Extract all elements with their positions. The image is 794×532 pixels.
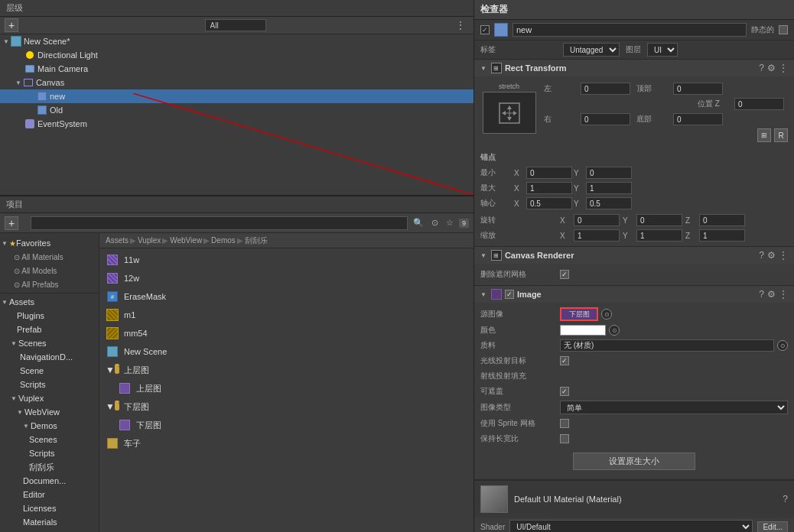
project-search-icon[interactable]: 🔍 [411, 217, 426, 229]
project-star-icon[interactable]: ☆ [444, 217, 456, 229]
right-input[interactable] [581, 113, 630, 125]
file-item-chezi[interactable]: 车子 [103, 435, 470, 452]
material-input[interactable] [560, 339, 774, 352]
set-native-size-button[interactable]: 设置原生大小 [573, 453, 695, 470]
sidebar-item-editor[interactable]: Editor [0, 488, 99, 501]
file-item-mm54[interactable]: mm54 [103, 325, 470, 342]
sidebar-item-assets[interactable]: ▼ Assets [0, 295, 99, 309]
sidebar-item-scene[interactable]: Scene [0, 364, 99, 378]
maskable-checkbox[interactable] [560, 387, 569, 396]
material-help-icon[interactable]: ? [783, 494, 788, 504]
rotation-x-input[interactable] [574, 214, 620, 226]
sidebar-item-scripts[interactable]: Scripts [0, 378, 99, 391]
sidebar-item-favorites[interactable]: ▼ ★ Favorites [0, 236, 99, 250]
rotation-z-input[interactable] [699, 214, 745, 226]
static-checkbox[interactable] [779, 25, 788, 34]
image-enabled-checkbox[interactable] [505, 290, 514, 299]
breadcrumb-guaguale[interactable]: 刮刮乐 [245, 235, 268, 246]
shader-select[interactable]: UI/Default [509, 520, 753, 532]
hierarchy-item-old[interactable]: Old [0, 103, 473, 117]
breadcrumb-webview[interactable]: WebView [170, 236, 202, 245]
raycast-checkbox[interactable] [560, 356, 569, 365]
hierarchy-add-button[interactable]: + [5, 18, 18, 32]
max-x-input[interactable] [526, 182, 572, 194]
object-name-input[interactable] [513, 23, 747, 37]
max-y-input[interactable] [586, 182, 632, 194]
layer-select[interactable]: UI [647, 43, 678, 57]
sidebar-item-vuplex[interactable]: ▼ Vuplex [0, 391, 99, 405]
source-image-thumbnail[interactable]: 下层图 [560, 307, 598, 321]
image-help-icon[interactable]: ? [759, 289, 764, 300]
sidebar-item-webview[interactable]: ▼ WebView [0, 405, 99, 419]
image-overflow-icon[interactable]: ⋮ [779, 289, 788, 300]
color-circle-btn[interactable]: ⊙ [609, 325, 620, 336]
file-item-erasemask[interactable]: # EraseMask [103, 288, 470, 305]
hierarchy-item-canvas[interactable]: ▼ Canvas [0, 76, 473, 89]
r-button[interactable]: R [774, 128, 788, 142]
hierarchy-item-new[interactable]: new [0, 89, 473, 103]
tag-select[interactable]: Untagged [563, 43, 620, 57]
pivot-x-input[interactable] [526, 197, 572, 209]
sidebar-item-guaguale[interactable]: 刮刮乐 [0, 460, 99, 474]
color-picker[interactable] [560, 325, 606, 336]
blueprint-btn[interactable]: ⊞ [757, 128, 771, 142]
posz-input[interactable] [734, 98, 784, 110]
rect-help-icon[interactable]: ? [759, 63, 764, 73]
file-item-11w[interactable]: 11w [103, 251, 470, 268]
sidebar-item-demos-scripts[interactable]: Scripts [0, 446, 99, 460]
sidebar-item-all-models[interactable]: ⊙ All Models [0, 264, 99, 277]
stretch-preview[interactable] [483, 92, 536, 134]
object-enabled-checkbox[interactable] [480, 25, 490, 34]
scale-z-input[interactable] [699, 229, 745, 242]
bottom-input[interactable] [673, 113, 723, 125]
image-type-select[interactable]: 简单 [560, 401, 788, 414]
sprite-mesh-checkbox[interactable] [560, 419, 569, 428]
breadcrumb-vuplex[interactable]: Vuplex [138, 236, 161, 245]
hierarchy-overflow-button[interactable]: ⋮ [452, 19, 469, 31]
material-circle-btn[interactable]: ⊙ [777, 340, 788, 351]
breadcrumb-assets[interactable]: Assets [106, 236, 129, 245]
file-item-upper-image[interactable]: 上层图 [103, 380, 470, 397]
sidebar-item-navigationd[interactable]: NavigationD... [0, 350, 99, 364]
file-item-new-scene[interactable]: New Scene [103, 343, 470, 360]
file-item-lower-folder[interactable]: ▼ 下层图 [103, 398, 470, 415]
scale-x-input[interactable] [574, 229, 620, 242]
file-item-upper-folder[interactable]: ▼ 上层图 [103, 362, 470, 378]
file-item-lower-image[interactable]: 下层图 [103, 417, 470, 433]
sidebar-item-plugins[interactable]: ▶ Plugins [0, 309, 99, 323]
pivot-y-input[interactable] [586, 197, 632, 209]
breadcrumb-demos[interactable]: Demos [211, 236, 236, 245]
preserve-ratio-checkbox[interactable] [560, 434, 569, 443]
remove-hidden-checkbox[interactable] [560, 270, 569, 279]
sidebar-item-scenes[interactable]: ▼ Scenes [0, 336, 99, 350]
rotation-y-input[interactable] [636, 214, 682, 226]
hierarchy-item-new-scene[interactable]: ▼ New Scene* [0, 34, 473, 48]
sidebar-item-demos[interactable]: ▼ Demos [0, 419, 99, 433]
hierarchy-item-directional-light[interactable]: Directional Light [0, 48, 473, 62]
file-item-12w[interactable]: 12w [103, 270, 470, 287]
shader-edit-button[interactable]: Edit... [757, 521, 788, 533]
rect-transform-header[interactable]: ▼ ⊞ Rect Transform ? ⚙ ⋮ [474, 60, 794, 76]
canvas-renderer-header[interactable]: ▼ ⊞ Canvas Renderer ? ⚙ ⋮ [474, 247, 794, 264]
canvas-help-icon[interactable]: ? [759, 250, 764, 261]
min-x-input[interactable] [526, 167, 572, 179]
image-settings-icon[interactable]: ⚙ [767, 289, 776, 300]
project-search-input[interactable] [31, 216, 408, 230]
sidebar-item-demos-scenes[interactable]: Scenes [0, 433, 99, 446]
sidebar-item-prefab[interactable]: ▶ Prefab [0, 323, 99, 336]
hierarchy-item-main-camera[interactable]: Main Camera [0, 62, 473, 76]
file-item-m1[interactable]: m1 [103, 307, 470, 323]
sidebar-item-all-prefabs[interactable]: ⊙ All Prefabs [0, 277, 99, 291]
project-filter-icon[interactable]: ⊙ [429, 217, 441, 229]
image-header[interactable]: ▼ Image ? ⚙ ⋮ [474, 286, 794, 303]
min-y-input[interactable] [586, 167, 632, 179]
hierarchy-item-event-system[interactable]: EventSystem [0, 117, 473, 131]
top-input[interactable] [673, 83, 723, 95]
canvas-settings-icon[interactable]: ⚙ [767, 250, 776, 261]
project-add-button[interactable]: + [5, 216, 18, 230]
sidebar-item-materials[interactable]: Materials [0, 515, 99, 529]
source-circle-btn[interactable]: ⊙ [601, 309, 612, 320]
left-input[interactable] [581, 83, 630, 95]
scale-y-input[interactable] [636, 229, 682, 242]
rect-settings-icon[interactable]: ⚙ [767, 63, 776, 73]
